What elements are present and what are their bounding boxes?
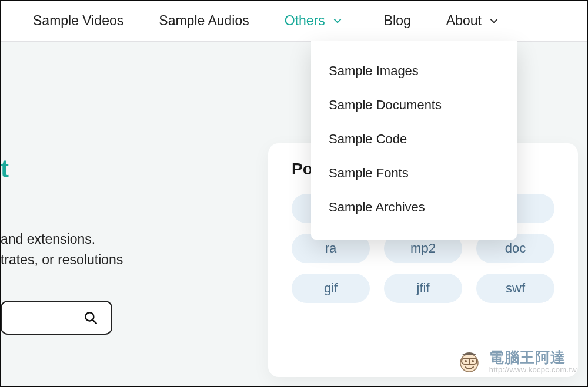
description-line-2: trates, or resolutions [1,250,123,270]
chevron-down-icon [332,16,343,26]
dropdown-item-fonts[interactable]: Sample Fonts [311,156,517,190]
format-tag[interactable]: swf [476,274,554,303]
search-icon [83,310,98,325]
page-description: and extensions. trates, or resolutions [1,229,123,270]
nav-label: Blog [384,13,411,29]
nav-label: About [446,13,482,29]
description-line-1: and extensions. [1,229,123,250]
nav-label: Others [285,13,325,29]
top-nav: Sample Videos Sample Audios Others Blog … [1,1,587,42]
dropdown-item-code[interactable]: Sample Code [311,122,517,156]
format-tag[interactable]: jfif [384,274,462,303]
search-input[interactable] [1,301,112,335]
svg-line-1 [93,320,96,324]
others-dropdown: Sample Images Sample Documents Sample Co… [311,41,517,240]
nav-label: Sample Audios [159,13,249,29]
app-frame: Sample Videos Sample Audios Others Blog … [0,0,588,387]
nav-label: Sample Videos [33,13,123,29]
nav-blog[interactable]: Blog [384,13,411,29]
nav-about[interactable]: About [446,13,499,29]
nav-sample-videos[interactable]: Sample Videos [33,13,123,29]
dropdown-item-archives[interactable]: Sample Archives [311,190,517,224]
dropdown-item-images[interactable]: Sample Images [311,54,517,88]
dropdown-item-documents[interactable]: Sample Documents [311,88,517,122]
page-heading-fragment: t [1,155,9,183]
nav-sample-audios[interactable]: Sample Audios [159,13,249,29]
format-tag[interactable]: gif [292,274,370,303]
chevron-down-icon [489,16,499,26]
nav-others[interactable]: Others [285,13,343,29]
